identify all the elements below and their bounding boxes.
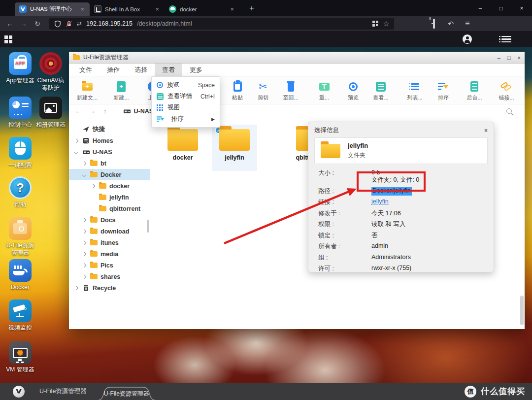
sidebar-item-docs[interactable]: Docs <box>69 214 150 226</box>
sidebar-item-bt[interactable]: bt <box>69 158 150 169</box>
main-scrollbar-thumb[interactable] <box>520 296 524 325</box>
screenshot-crop-icon[interactable] <box>426 20 442 28</box>
task-list-icon[interactable] <box>501 34 511 44</box>
chevron-right-icon[interactable] <box>75 139 82 142</box>
sidebar-scrollbar-thumb[interactable] <box>147 220 149 233</box>
info-panel-close-icon[interactable]: × <box>484 127 488 134</box>
desktop-icon-ufile-manager[interactable]: U-File资源管理器 <box>4 217 36 257</box>
taskbar-active-tab[interactable]: U-File资源管理器 <box>98 387 156 400</box>
sidebar-item-pics[interactable]: Pics <box>69 260 150 271</box>
toolbar-list-view[interactable]: 列表... <box>399 80 431 101</box>
app-launcher-icon[interactable] <box>4 35 12 43</box>
toolbar-view-details[interactable]: 查看... <box>365 80 397 101</box>
sidebar-item-download[interactable]: download <box>69 226 150 237</box>
chevron-right-icon[interactable] <box>83 230 90 233</box>
file-jellyfin[interactable]: ✓ jellyfin <box>212 125 257 171</box>
close-button[interactable]: × <box>511 0 532 16</box>
toolbar-to-recycle[interactable]: 至回... <box>275 80 306 101</box>
sidebar-item-quick[interactable]: 快捷 <box>69 124 150 135</box>
menu-operate[interactable]: 操作 <box>100 64 127 76</box>
chevron-right-icon[interactable] <box>83 253 90 256</box>
desktop-icon-vm-manager[interactable]: VM 管理器 <box>4 341 36 373</box>
window-titlebar[interactable]: U-File资源管理器 – □ × <box>69 52 525 64</box>
toolbar-new-file[interactable]: + 新建... <box>105 80 137 101</box>
toolbar-new-folder[interactable]: + 新建文... <box>71 80 103 101</box>
toolbar-cut[interactable]: ✂ 剪切 <box>247 80 279 101</box>
menu-view[interactable]: 查看 <box>155 64 182 76</box>
sidebar-item-shares[interactable]: shares <box>69 271 150 282</box>
sidebar-item-media[interactable]: media <box>69 248 150 260</box>
tab-close-icon[interactable]: × <box>154 5 160 13</box>
sidebar-item-unas[interactable]: U-NAS <box>69 146 150 158</box>
desktop-icon-video-surveillance[interactable]: 视频监控 <box>4 300 36 332</box>
sidebar-item-recycle[interactable]: Recycle <box>69 282 150 294</box>
toolbar-background-tasks[interactable]: 后台... <box>459 80 490 101</box>
reload-icon[interactable]: ↻ <box>31 20 44 28</box>
nav-back-icon[interactable]: ← <box>75 107 81 115</box>
sidebar-item-docker[interactable]: docker <box>69 180 150 192</box>
tab-shell[interactable]: Shell In A Box × <box>90 2 165 16</box>
menu-item-preview[interactable]: 预览 Space <box>152 79 220 91</box>
chevron-right-icon[interactable] <box>92 185 99 188</box>
chevron-right-icon[interactable] <box>83 241 90 244</box>
chevron-down-icon[interactable] <box>83 173 90 176</box>
undo-icon[interactable]: ↶ <box>442 20 459 28</box>
toolbar-link[interactable]: 链接... <box>491 80 522 101</box>
sidebar-item-docker-parent[interactable]: Docker <box>69 169 150 180</box>
window-minimize-icon[interactable]: – <box>498 55 500 61</box>
toolbar-preview[interactable]: 预览 <box>337 80 369 101</box>
permissions-icon[interactable]: ⇄ <box>77 20 82 27</box>
desktop-icon-docker[interactable]: Docker <box>4 259 36 291</box>
sidebar-item-homes[interactable]: Homes <box>69 135 150 146</box>
toolbar-sort[interactable]: 排序 <box>428 80 459 101</box>
chevron-right-icon[interactable] <box>83 162 90 165</box>
file-docker[interactable]: docker <box>160 125 205 171</box>
unas-start-icon[interactable] <box>13 386 25 398</box>
sidebar-item-itunes[interactable]: itunes <box>69 237 150 248</box>
tab-unas[interactable]: U-NAS 管理中心 × <box>15 2 90 16</box>
sidebar-item-jellyfin[interactable]: jellyfin <box>69 192 150 203</box>
menu-more[interactable]: 更多 <box>182 64 210 76</box>
window-close-icon[interactable]: × <box>518 55 521 61</box>
bookmark-star-icon[interactable]: ☆ <box>383 20 389 28</box>
insecure-lock-icon[interactable] <box>66 20 72 28</box>
tab-docker[interactable]: docker × <box>165 2 239 16</box>
url-field[interactable]: ⇄ 192.168.195.215/desktop/admin.html ☆ <box>49 18 394 30</box>
search-icon[interactable] <box>506 108 512 114</box>
chevron-right-icon[interactable] <box>83 275 90 278</box>
minimize-button[interactable]: – <box>470 0 491 16</box>
back-icon[interactable]: ← <box>3 20 17 28</box>
desktop-icon-control-center[interactable]: 控制中心 <box>4 97 36 129</box>
path-value-highlighted[interactable]: Docker/jellyfin <box>371 187 412 196</box>
menu-item-view-details[interactable]: 查看详情 Ctrl+I <box>152 91 220 102</box>
menu-item-view-mode[interactable]: 视图 <box>152 102 220 113</box>
forward-icon[interactable]: → <box>17 20 31 28</box>
window-maximize-icon[interactable]: □ <box>507 55 511 61</box>
menu-select[interactable]: 选择 <box>127 64 155 76</box>
maximize-button[interactable]: □ <box>491 0 511 16</box>
link-value[interactable]: jellyfin <box>371 198 389 206</box>
chevron-down-icon[interactable] <box>75 151 82 154</box>
desktop-icon-help[interactable]: ? 帮助 <box>4 176 36 208</box>
desktop-icon-one-click-config[interactable]: 一键配置 <box>4 137 36 169</box>
browser-menu-icon[interactable]: ≡ <box>459 19 476 28</box>
tab-close-icon[interactable]: × <box>229 5 235 13</box>
account-icon[interactable] <box>463 34 472 44</box>
chevron-right-icon[interactable] <box>83 264 90 267</box>
nav-up-icon[interactable]: ↑ <box>103 107 107 115</box>
chevron-right-icon[interactable] <box>75 287 82 290</box>
new-tab-button[interactable]: + <box>246 3 257 13</box>
nav-forward-icon[interactable]: → <box>89 107 96 115</box>
toolbar-rename[interactable]: 重... <box>308 80 340 101</box>
menu-item-sort[interactable]: 排序 ▶ <box>152 113 220 125</box>
desktop-icon-album-manager[interactable]: 相册管理器 <box>34 97 67 129</box>
sidebar-item-qbittorrent[interactable]: qbittorrent <box>69 203 150 214</box>
qr-code-icon[interactable] <box>372 21 378 27</box>
chevron-right-icon[interactable] <box>83 219 90 222</box>
menu-file[interactable]: 文件 <box>72 64 100 76</box>
tracking-shield-icon[interactable] <box>54 20 61 28</box>
desktop-icon-app-manager[interactable]: APP App管理器 <box>4 52 36 84</box>
tab-close-icon[interactable]: × <box>79 5 85 13</box>
taskbar-app-label[interactable]: U-File资源管理器 <box>39 387 87 396</box>
desktop-icon-clamav[interactable]: ClamAV病毒防护 <box>34 52 67 92</box>
